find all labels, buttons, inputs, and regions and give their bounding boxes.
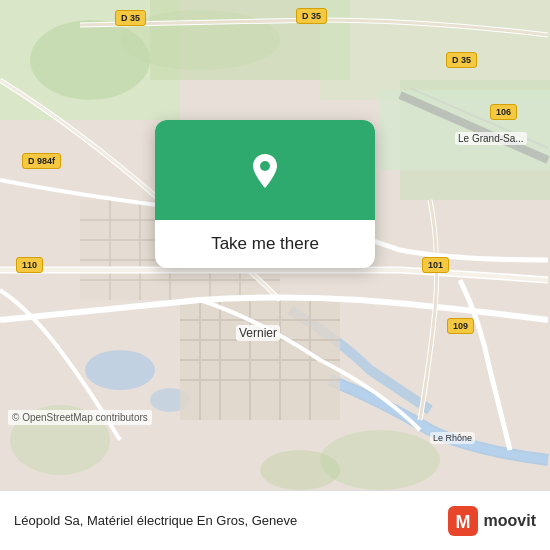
svg-point-10 xyxy=(85,350,155,390)
road-badge-106: 106 xyxy=(490,104,517,120)
action-card-body: Take me there xyxy=(191,220,339,268)
moovit-text: moovit xyxy=(484,512,536,530)
map-attribution: © OpenStreetMap contributors xyxy=(8,410,152,425)
road-badge-110: 110 xyxy=(16,257,43,273)
road-badge-d35-3: D 35 xyxy=(446,52,477,68)
bottom-bar: Léopold Sa, Matériel électrique En Gros,… xyxy=(0,490,550,550)
map-container: D 35 D 35 D 35 D 984f 110 101 109 106 Le… xyxy=(0,0,550,490)
svg-point-32 xyxy=(320,430,440,490)
moovit-logo: M moovit xyxy=(448,506,536,536)
place-label-rhone: Le Rhône xyxy=(430,432,475,444)
place-label-vernier: Vernier xyxy=(236,325,280,341)
take-me-there-button[interactable]: Take me there xyxy=(211,234,319,254)
svg-rect-7 xyxy=(380,90,550,170)
road-badge-101: 101 xyxy=(422,257,449,273)
moovit-logo-icon: M xyxy=(448,506,478,536)
action-card: Take me there xyxy=(155,120,375,268)
svg-point-36 xyxy=(260,161,270,171)
road-badge-109: 109 xyxy=(447,318,474,334)
action-card-header xyxy=(155,120,375,220)
place-label-grand-saconnex: Le Grand-Sa... xyxy=(455,132,527,145)
location-name: Léopold Sa, Matériel électrique En Gros,… xyxy=(14,513,440,528)
road-badge-d35-1: D 35 xyxy=(115,10,146,26)
location-pin-icon xyxy=(241,146,289,194)
road-badge-d35-2: D 35 xyxy=(296,8,327,24)
svg-point-34 xyxy=(260,450,340,490)
road-badge-d984f: D 984f xyxy=(22,153,61,169)
svg-text:M: M xyxy=(455,512,470,532)
